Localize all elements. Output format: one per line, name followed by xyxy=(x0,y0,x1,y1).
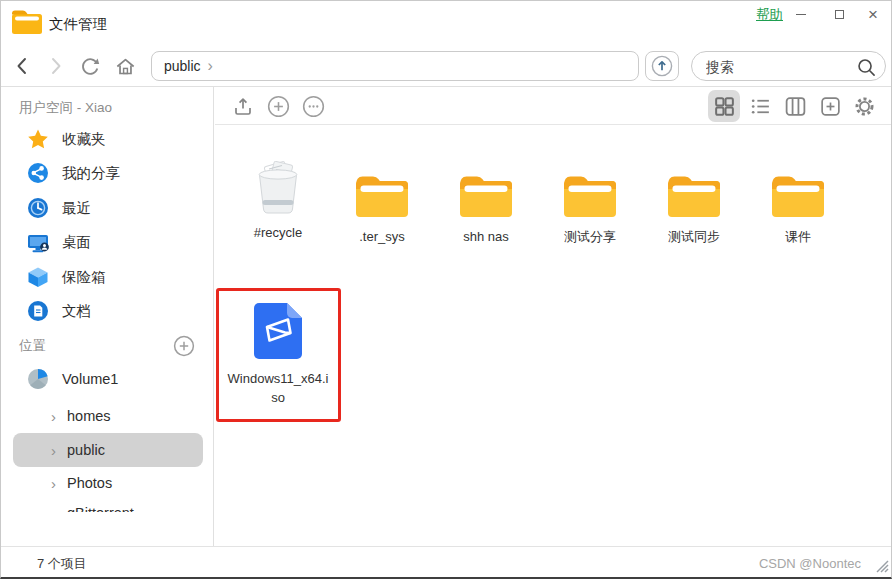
gear-icon xyxy=(853,95,876,118)
title-bar: 文件管理 帮助 × xyxy=(1,1,891,45)
refresh-button[interactable] xyxy=(78,54,102,78)
safe-cube-icon xyxy=(27,266,49,288)
file-item-windows-iso[interactable]: Windows11_x64.iso xyxy=(226,297,330,408)
tree-item-photos[interactable]: › Photos xyxy=(13,466,203,500)
sidebar-item-documents[interactable]: 文档 xyxy=(13,296,203,326)
sidebar-item-vault[interactable]: 保险箱 xyxy=(13,262,203,292)
clock-icon xyxy=(27,197,49,219)
file-toolbar xyxy=(215,87,892,125)
star-icon xyxy=(27,128,49,150)
more-actions-button[interactable] xyxy=(301,94,325,118)
grid-view-icon xyxy=(713,95,736,118)
add-view-button[interactable] xyxy=(818,94,842,118)
folder-icon xyxy=(666,155,722,219)
sidebar-item-recent[interactable]: 最近 xyxy=(13,193,203,223)
location-header: 位置 xyxy=(19,337,46,355)
view-list-button[interactable] xyxy=(748,94,772,118)
settings-button[interactable] xyxy=(852,94,876,118)
chevron-right-icon: › xyxy=(208,58,213,74)
status-bar: 7 个项目 CSDN @Noontec xyxy=(1,546,891,578)
close-button[interactable]: × xyxy=(857,1,889,27)
sidebar-item-favorites[interactable]: 收藏夹 xyxy=(13,124,203,154)
sidebar-item-label: 我的分享 xyxy=(62,164,120,183)
iso-file-icon xyxy=(252,297,304,361)
volume-pie-icon xyxy=(27,368,49,390)
minimize-icon xyxy=(796,14,806,15)
tree-item-public[interactable]: › public xyxy=(13,433,203,467)
folder-icon xyxy=(458,155,514,219)
sidebar-item-label: 最近 xyxy=(62,199,91,218)
file-item-test-sync[interactable]: 测试同步 xyxy=(642,155,746,247)
tree-item-label: homes xyxy=(67,408,111,424)
upload-icon xyxy=(231,95,255,118)
add-location-button[interactable] xyxy=(173,335,195,357)
upload-button[interactable] xyxy=(231,94,255,118)
back-button[interactable] xyxy=(11,54,35,78)
file-name: .ter_sys xyxy=(330,228,434,247)
app-folder-icon xyxy=(11,9,43,40)
sidebar-item-label: 文档 xyxy=(62,302,91,321)
sidebar-item-my-shares[interactable]: 我的分享 xyxy=(13,158,203,188)
trash-icon xyxy=(252,151,304,215)
tree-item-label: Photos xyxy=(67,475,112,491)
share-icon xyxy=(27,162,49,184)
search-icon[interactable] xyxy=(856,57,876,81)
file-grid: #recycle .ter_sys shh nas 测试分享 测试同步 课件 W… xyxy=(215,125,892,546)
plus-circle-icon xyxy=(267,95,290,118)
maximize-icon xyxy=(835,10,844,19)
help-link[interactable]: 帮助 xyxy=(756,6,783,24)
sidebar-item-volume1[interactable]: Volume1 xyxy=(13,364,203,394)
file-item-kejian[interactable]: 课件 xyxy=(746,155,850,247)
go-up-button[interactable] xyxy=(645,51,679,81)
folder-icon xyxy=(354,155,410,219)
folder-icon xyxy=(562,155,618,219)
navigation-bar: public › xyxy=(1,45,891,87)
file-item-ter-sys[interactable]: .ter_sys xyxy=(330,155,434,247)
file-name: 测试同步 xyxy=(642,228,746,247)
search-box xyxy=(691,51,886,81)
ellipsis-circle-icon xyxy=(302,95,325,118)
sidebar-item-desktop[interactable]: 桌面 xyxy=(13,227,203,257)
file-name: 课件 xyxy=(746,228,850,247)
file-manager-window: 文件管理 帮助 × public › xyxy=(0,0,892,579)
file-name: #recycle xyxy=(226,224,330,243)
file-name: 测试分享 xyxy=(538,228,642,247)
chevron-right-icon: › xyxy=(51,476,56,491)
app-title: 文件管理 xyxy=(49,15,107,34)
breadcrumb[interactable]: public › xyxy=(151,51,639,81)
tree-item-label: public xyxy=(67,442,105,458)
user-space-header: 用户空间 - Xiao xyxy=(19,99,112,117)
tree-item-label: qBittorrent xyxy=(67,505,134,512)
maximize-button[interactable] xyxy=(823,1,855,27)
forward-button[interactable] xyxy=(43,54,67,78)
up-arrow-circle-icon xyxy=(651,55,673,77)
document-icon xyxy=(27,300,49,322)
chevron-right-icon: › xyxy=(51,409,56,424)
folder-icon xyxy=(770,155,826,219)
sidebar-item-label: Volume1 xyxy=(62,371,118,387)
file-name: Windows11_x64.iso xyxy=(226,370,330,408)
tree-item-qbittorrent[interactable]: › qBittorrent xyxy=(13,496,203,512)
file-name: shh nas xyxy=(434,228,538,247)
file-item-shh-nas[interactable]: shh nas xyxy=(434,155,538,247)
list-view-icon xyxy=(749,95,772,118)
minimize-button[interactable] xyxy=(785,1,817,27)
chevron-right-icon: › xyxy=(51,443,56,458)
tree-item-homes[interactable]: › homes xyxy=(13,399,203,433)
sidebar-item-label: 收藏夹 xyxy=(62,130,106,149)
plus-circle-icon xyxy=(173,335,195,357)
breadcrumb-path: public xyxy=(164,58,201,74)
home-button[interactable] xyxy=(113,54,137,78)
sidebar-item-label: 桌面 xyxy=(62,233,91,252)
resize-grip[interactable] xyxy=(873,557,889,577)
chevron-right-icon: › xyxy=(51,506,56,513)
file-item-test-share[interactable]: 测试分享 xyxy=(538,155,642,247)
file-item-recycle[interactable]: #recycle xyxy=(226,151,330,243)
view-grid-button[interactable] xyxy=(708,90,740,122)
view-columns-button[interactable] xyxy=(783,94,807,118)
sidebar-item-label: 保险箱 xyxy=(62,268,106,287)
create-new-button[interactable] xyxy=(266,94,290,118)
plus-square-icon xyxy=(819,95,842,118)
search-input[interactable] xyxy=(704,55,858,79)
sidebar: 用户空间 - Xiao 收藏夹 我的分享 最近 桌面 保险箱 xyxy=(1,87,214,546)
